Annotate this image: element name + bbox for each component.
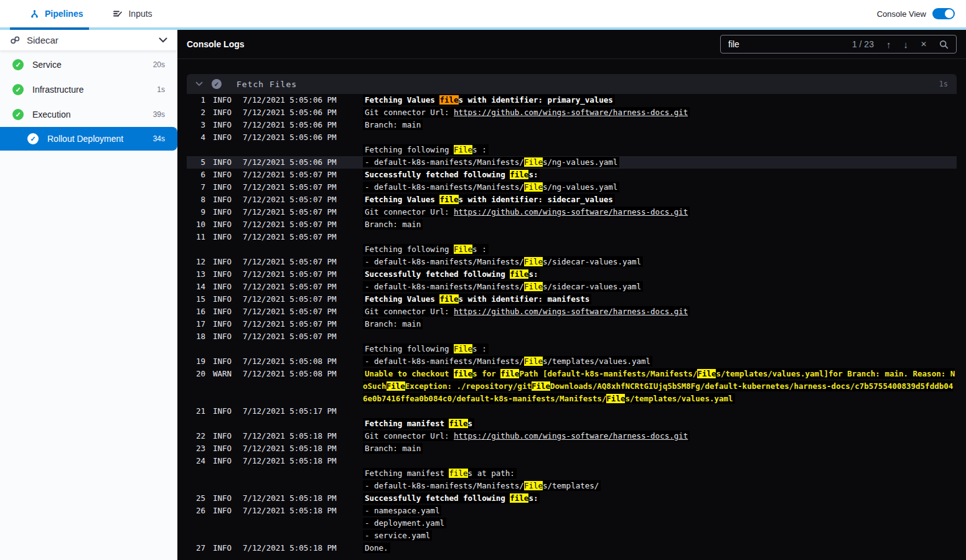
log-row: 15INFO7/12/2021 5:05:07 PMFetching Value…: [187, 293, 957, 306]
sidebar-step-execution[interactable]: ✓Execution39s: [0, 102, 177, 127]
log-line-number[interactable]: 16: [187, 306, 205, 318]
log-line-number[interactable]: 5: [187, 156, 205, 169]
log-level: INFO: [213, 119, 238, 131]
log-timestamp: 7/12/2021 5:05:18 PM: [243, 542, 337, 554]
log-line-number[interactable]: 2: [187, 106, 205, 119]
log-line-number[interactable]: 15: [187, 293, 205, 306]
log-line-number[interactable]: 4: [187, 131, 205, 144]
log-line-number[interactable]: 24: [187, 455, 205, 467]
top-tab-bar: Pipelines Inputs Console View: [0, 0, 966, 27]
log-timestamp: 7/12/2021 5:05:06 PM: [243, 119, 337, 131]
log-level: INFO: [213, 94, 238, 106]
log-line-number[interactable]: 11: [187, 231, 205, 243]
log-line-number[interactable]: 1: [187, 94, 205, 106]
sidebar-step-rollout-deployment[interactable]: ✓Rollout Deployment34s: [0, 127, 177, 151]
step-success-icon: ✓: [212, 79, 222, 89]
log-row: - service.yaml: [187, 530, 957, 542]
search-match: file: [449, 419, 467, 428]
log-message: Branch: main: [363, 318, 957, 330]
log-line-number[interactable]: 14: [187, 281, 205, 293]
log-line-number[interactable]: 18: [187, 330, 205, 343]
log-row: 27INFO7/12/2021 5:05:18 PMDone.: [187, 542, 957, 554]
console-view-toggle[interactable]: [932, 8, 955, 19]
search-match: File: [606, 394, 625, 403]
log-section-header[interactable]: ✓ Fetch Files 1s: [187, 74, 957, 94]
log-row: 21INFO7/12/2021 5:05:17 PM: [187, 405, 957, 418]
log-line-number[interactable]: 23: [187, 442, 205, 455]
log-link[interactable]: https://github.com/wings-software/harnes…: [454, 307, 688, 316]
chevron-down-icon[interactable]: [159, 37, 167, 43]
log-message: Fetching Values files with identifier: m…: [363, 293, 957, 306]
log-timestamp: 7/12/2021 5:05:07 PM: [243, 194, 337, 206]
log-level: INFO: [213, 455, 238, 467]
log-level: INFO: [213, 505, 238, 517]
log-row: Fetching manifest files at path:: [187, 467, 957, 480]
log-level: INFO: [213, 405, 238, 418]
log-row: 6INFO7/12/2021 5:05:07 PMSuccessfully fe…: [187, 169, 957, 181]
log-row: 8INFO7/12/2021 5:05:07 PMFetching Values…: [187, 194, 957, 206]
log-row: 5INFO7/12/2021 5:05:06 PM- default-k8s-m…: [187, 156, 957, 169]
log-row: 19INFO7/12/2021 5:05:08 PM- default-k8s-…: [187, 355, 957, 368]
collapse-chevron-icon[interactable]: [195, 82, 203, 86]
log-search-box: 1 / 23 ↑ ↓ ✕: [720, 35, 957, 54]
tab-inputs[interactable]: Inputs: [106, 0, 158, 27]
stage-header[interactable]: Sidecar: [0, 30, 177, 51]
log-message: Fetching manifest files at path:: [363, 467, 957, 480]
search-match: File: [524, 357, 543, 366]
log-level: INFO: [213, 318, 238, 330]
log-line-number[interactable]: 22: [187, 430, 205, 442]
log-level: INFO: [213, 542, 238, 554]
log-row: 20WARN7/12/2021 5:05:08 PMUnable to chec…: [187, 368, 957, 405]
log-link[interactable]: https://github.com/wings-software/harnes…: [454, 108, 688, 117]
search-match: File: [454, 245, 472, 254]
console-title: Console Logs: [187, 39, 245, 49]
log-line-number[interactable]: 19: [187, 355, 205, 368]
log-link[interactable]: https://github.com/wings-software/harnes…: [454, 431, 688, 441]
search-icon[interactable]: [939, 40, 949, 49]
step-duration: 1s: [157, 85, 165, 94]
log-line-number[interactable]: 25: [187, 492, 205, 505]
log-line-number[interactable]: 10: [187, 218, 205, 231]
search-match: file: [454, 369, 472, 378]
step-duration: 39s: [153, 110, 165, 119]
log-row: 2INFO7/12/2021 5:05:06 PMGit connector U…: [187, 106, 957, 119]
log-line-number[interactable]: 27: [187, 542, 205, 554]
sidebar-step-infrastructure[interactable]: ✓Infrastructure1s: [0, 77, 177, 102]
next-match-icon[interactable]: ↓: [903, 40, 908, 49]
search-match: File: [454, 344, 472, 353]
log-timestamp: 7/12/2021 5:05:07 PM: [243, 268, 337, 281]
tab-pipelines[interactable]: Pipelines: [24, 0, 89, 27]
log-message: Successfully fetched following files:: [363, 268, 957, 281]
sidebar-step-service[interactable]: ✓Service20s: [0, 52, 177, 77]
log-line-number[interactable]: 6: [187, 169, 205, 181]
log-line-number[interactable]: 3: [187, 119, 205, 131]
search-input[interactable]: [728, 39, 840, 49]
search-match-counter: 1 / 23: [852, 39, 874, 49]
close-search-icon[interactable]: ✕: [921, 40, 927, 48]
log-line-number[interactable]: 12: [187, 256, 205, 268]
step-label: Infrastructure: [32, 85, 83, 95]
log-line-number[interactable]: 8: [187, 194, 205, 206]
log-message: Unable to checkout files for filePath [d…: [363, 368, 957, 405]
log-level: INFO: [213, 194, 238, 206]
previous-match-icon[interactable]: ↑: [886, 40, 891, 49]
step-duration: 34s: [153, 134, 165, 143]
log-line-number[interactable]: 17: [187, 318, 205, 330]
log-message: Fetching following Files :: [363, 243, 957, 256]
log-line-number[interactable]: 7: [187, 181, 205, 194]
log-line-number[interactable]: 26: [187, 505, 205, 517]
search-match: file: [439, 294, 458, 304]
log-timestamp: 7/12/2021 5:05:18 PM: [243, 455, 337, 467]
log-level: INFO: [213, 206, 238, 218]
log-line-number[interactable]: 21: [187, 405, 205, 418]
sidecar-link-icon: [10, 35, 21, 45]
log-row: 13INFO7/12/2021 5:05:07 PMSuccessfully f…: [187, 268, 957, 281]
log-message: Fetching Values files with identifier: s…: [363, 194, 957, 206]
log-link[interactable]: https://github.com/wings-software/harnes…: [454, 207, 688, 217]
log-message: Fetching manifest files: [363, 418, 957, 430]
log-line-number[interactable]: 20: [187, 368, 205, 380]
log-message: Git connector Url: https://github.com/wi…: [363, 106, 957, 119]
log-line-number[interactable]: 13: [187, 268, 205, 281]
log-message: - service.yaml: [363, 530, 957, 542]
log-line-number[interactable]: 9: [187, 206, 205, 218]
